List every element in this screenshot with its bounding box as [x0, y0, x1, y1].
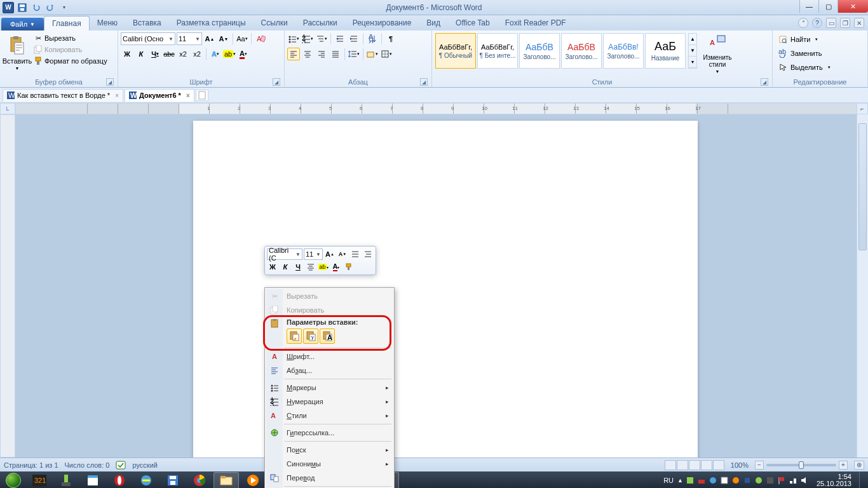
decrease-indent-button[interactable] [334, 32, 346, 45]
bold-button[interactable]: Ж [121, 48, 133, 60]
tray-icon-6[interactable] [743, 476, 752, 485]
paste-button[interactable]: Вставить ▼ [3, 32, 32, 74]
superscript-button[interactable]: x2 [191, 48, 203, 60]
mini-grow-font[interactable]: A▲ [324, 248, 336, 260]
tab-office-tab[interactable]: Office Tab [448, 16, 498, 30]
tray-up-icon[interactable]: ▲ [677, 477, 683, 484]
close-button[interactable]: ✕ [837, 0, 868, 13]
tab-меню[interactable]: Меню [90, 16, 125, 30]
ctx-font[interactable]: AШрифт... [266, 349, 393, 363]
tray-icon-5[interactable] [731, 476, 740, 485]
show-desktop-button[interactable] [859, 471, 865, 488]
tab-рассылки[interactable]: Рассылки [295, 16, 345, 30]
tray-lang[interactable]: RU [663, 477, 674, 484]
ribbon-restore-icon[interactable]: ❐ [840, 18, 850, 28]
mini-decrease-indent[interactable] [349, 248, 361, 260]
taskbar-opera[interactable] [107, 472, 132, 488]
tray-icon-3[interactable] [709, 476, 717, 485]
align-center-button[interactable] [301, 48, 314, 60]
style-item-0[interactable]: АаБбВвГг,¶ Обычный [435, 33, 476, 69]
start-button[interactable] [1, 471, 25, 488]
strikethrough-button[interactable]: abc [163, 48, 175, 60]
paste-merge-button[interactable] [303, 329, 318, 344]
tray-network-icon[interactable] [789, 476, 797, 485]
ctx-paragraph[interactable]: Абзац... [266, 363, 393, 377]
file-tab[interactable]: Файл▼ [1, 18, 44, 30]
change-case-button[interactable]: Aa▾ [236, 32, 248, 45]
ctx-copy[interactable]: Копировать [266, 303, 393, 317]
show-marks-button[interactable]: ¶ [384, 32, 397, 45]
qat-customize-icon[interactable]: ▾ [58, 2, 70, 13]
view-web-layout[interactable] [689, 460, 700, 470]
paste-text-only-button[interactable]: A [320, 329, 335, 344]
tray-icon-1[interactable] [686, 476, 695, 485]
font-name-combo[interactable]: Calibri (Осно▼ [121, 32, 175, 45]
tab-selector[interactable]: L [0, 103, 15, 114]
highlight-button[interactable]: ab▾ [223, 48, 236, 60]
tab-ссылки[interactable]: Ссылки [254, 16, 295, 30]
zoom-in-button[interactable]: + [839, 461, 848, 470]
replace-button[interactable]: abЗаменить [775, 47, 833, 60]
ctx-synonyms[interactable]: Синонимы▸ [266, 457, 393, 471]
undo-icon[interactable] [31, 2, 42, 13]
taskbar-ie[interactable] [133, 472, 159, 488]
tab-вид[interactable]: Вид [419, 16, 448, 30]
tab-foxit-reader-pdf[interactable]: Foxit Reader PDF [498, 16, 574, 30]
mini-underline[interactable]: Ч [292, 261, 304, 273]
align-right-button[interactable] [315, 48, 328, 60]
status-words[interactable]: Число слов: 0 [65, 461, 110, 469]
styles-dialog-launcher[interactable]: ◢ [761, 78, 768, 86]
clipboard-dialog-launcher[interactable]: ◢ [106, 78, 114, 86]
doctab-1[interactable]: WДокумент6 *× [125, 89, 194, 102]
tab-рецензирование[interactable]: Рецензирование [345, 16, 419, 30]
style-item-2[interactable]: АаБбВЗаголово... [519, 33, 560, 69]
vertical-ruler[interactable] [0, 114, 15, 458]
tray-icon-7[interactable] [754, 476, 763, 485]
status-proofing-icon[interactable] [116, 461, 126, 470]
paragraph-dialog-launcher[interactable]: ◢ [420, 78, 428, 86]
zoom-out-button[interactable]: − [755, 461, 764, 470]
mini-format-painter[interactable] [343, 261, 355, 273]
ctx-translate[interactable]: Перевод [266, 471, 393, 485]
status-page[interactable]: Страница: 1 из 1 [4, 461, 58, 469]
select-button[interactable]: Выделить▾ [775, 61, 833, 74]
mini-font-combo[interactable]: Calibri (С▼ [267, 248, 302, 260]
paste-keep-source-button[interactable] [287, 329, 302, 344]
bullets-button[interactable]: ▾ [287, 32, 300, 45]
taskbar-app-1[interactable]: 321 [27, 472, 52, 488]
format-painter-button[interactable]: Формат по образцу [33, 56, 107, 66]
cut-button[interactable]: ✂Вырезать [33, 33, 107, 43]
font-dialog-launcher[interactable]: ◢ [273, 78, 280, 86]
view-full-screen[interactable] [677, 460, 688, 470]
taskbar-app-2[interactable] [53, 472, 79, 488]
close-tab-icon[interactable]: × [186, 92, 190, 99]
text-effects-button[interactable]: A▾ [209, 48, 222, 60]
multilevel-button[interactable]: ▾ [315, 32, 328, 45]
horizontal-ruler[interactable]: 1234567891011121314151617 [15, 103, 868, 114]
ctx-cut[interactable]: ✂Вырезать [266, 289, 393, 303]
find-button[interactable]: Найти▾ [775, 33, 833, 46]
italic-button[interactable]: К [135, 48, 147, 60]
style-item-3[interactable]: АаБбВЗаголово... [561, 33, 602, 69]
mini-increase-indent[interactable] [362, 248, 374, 260]
mini-bold[interactable]: Ж [267, 261, 278, 273]
style-item-1[interactable]: АаБбВвГг,¶ Без инте... [477, 33, 518, 69]
help-icon[interactable]: ? [812, 18, 822, 28]
taskbar-app-3[interactable] [80, 472, 105, 488]
ctx-numbering[interactable]: 123Нумерация▸ [266, 395, 393, 409]
tray-icon-2[interactable] [697, 476, 706, 485]
borders-button[interactable]: ▾ [380, 48, 393, 60]
tab-разметка-страницы[interactable]: Разметка страницы [169, 16, 254, 30]
view-print-layout[interactable] [665, 460, 676, 470]
ribbon-minimize-icon[interactable]: ˄ [798, 18, 808, 28]
ribbon-options-icon[interactable]: ▭ [826, 18, 836, 28]
copy-button[interactable]: Копировать [33, 44, 107, 55]
ruler-toggle-button[interactable]: ⌐ [857, 103, 868, 114]
save-icon[interactable] [17, 2, 28, 13]
status-language[interactable]: русский [132, 461, 157, 469]
line-spacing-button[interactable]: ▾ [348, 48, 360, 60]
ctx-bullets[interactable]: Маркеры▸ [266, 381, 393, 395]
mini-italic[interactable]: К [280, 261, 291, 273]
grow-font-button[interactable]: A▲ [203, 32, 216, 45]
increase-indent-button[interactable] [348, 32, 360, 45]
